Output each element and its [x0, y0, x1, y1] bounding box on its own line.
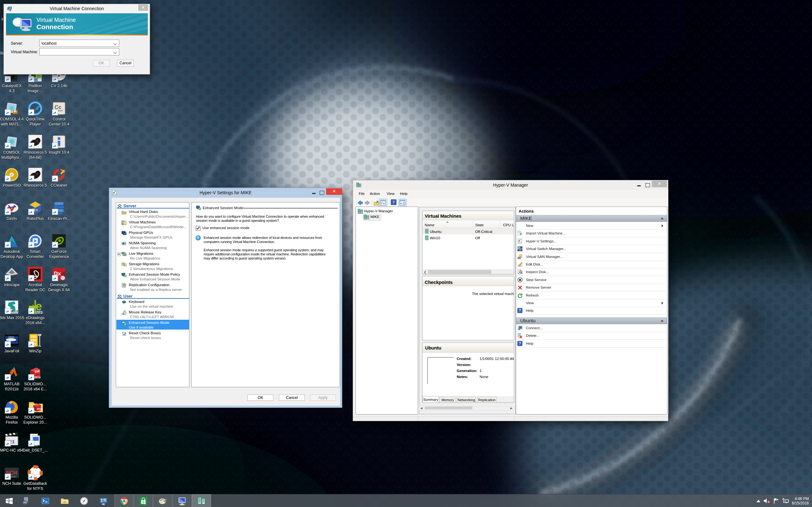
- svg-text:Java: Java: [8, 335, 14, 338]
- svg-text:MAX: MAX: [11, 310, 18, 314]
- svg-text:2016: 2016: [36, 310, 43, 315]
- svg-text:2016: 2016: [37, 407, 43, 410]
- svg-text:Virtual Machine: Virtual Machine: [37, 17, 76, 23]
- svg-text:Connection: Connection: [37, 23, 73, 31]
- svg-text:SW: SW: [35, 370, 40, 374]
- svg-text:2016: 2016: [34, 376, 41, 379]
